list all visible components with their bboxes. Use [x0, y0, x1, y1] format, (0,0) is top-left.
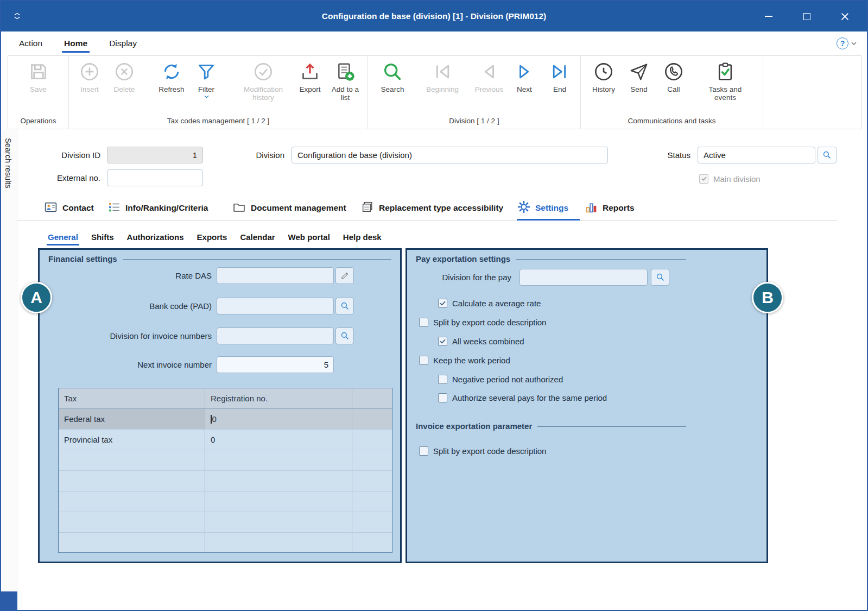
- export-button[interactable]: Export: [292, 59, 328, 93]
- tab-contact[interactable]: Contact: [43, 198, 94, 218]
- tax-cell: Provincial tax: [59, 430, 205, 450]
- authorize-several-pays-row[interactable]: Authorize several pays for the same peri…: [438, 392, 607, 403]
- tab-replacement-type-accessibility[interactable]: Replacement type accessibility: [360, 198, 503, 218]
- help-icon[interactable]: ?: [837, 37, 848, 49]
- registration-cell[interactable]: 0: [205, 430, 352, 450]
- filter-label: Filter: [198, 85, 214, 93]
- split-by-export-code-checkbox[interactable]: [419, 318, 428, 327]
- table-row-provincial-tax[interactable]: Provincial tax 0: [59, 430, 392, 450]
- table-row-empty[interactable]: [59, 512, 392, 533]
- table-row-federal-tax[interactable]: Federal tax 0: [59, 409, 392, 430]
- filter-button[interactable]: Filter: [189, 59, 224, 99]
- tax-column-header[interactable]: Tax: [59, 388, 205, 408]
- division-invoice-input[interactable]: [217, 327, 334, 344]
- division-for-pay-search-button[interactable]: [651, 269, 669, 286]
- bank-code-input[interactable]: [217, 298, 334, 314]
- invoice-split-by-export-code-checkbox[interactable]: [419, 446, 428, 456]
- division-for-pay-input[interactable]: [519, 269, 648, 286]
- tab-web-portal[interactable]: Web portal: [287, 228, 331, 245]
- previous-icon: [478, 59, 500, 84]
- registration-column-header[interactable]: Registration no.: [205, 388, 352, 408]
- table-row-empty[interactable]: [59, 471, 392, 492]
- save-button[interactable]: Save: [20, 59, 58, 93]
- send-button[interactable]: Send: [624, 59, 654, 93]
- financial-settings-legend: Financial settings: [48, 254, 391, 263]
- delete-button[interactable]: Delete: [107, 59, 142, 93]
- beginning-icon: [432, 59, 453, 84]
- refresh-button[interactable]: Refresh: [154, 59, 189, 93]
- tab-authorizations[interactable]: Authorizations: [126, 228, 185, 245]
- tab-reports[interactable]: Reports: [585, 198, 635, 218]
- calculate-average-rate-row[interactable]: Calculate a average rate: [438, 298, 541, 308]
- division-field[interactable]: [292, 147, 608, 163]
- pay-exportation-legend: Pay exportation settings: [416, 254, 686, 263]
- tax-cell: Federal tax: [59, 409, 205, 429]
- export-label: Export: [299, 85, 320, 93]
- next-button[interactable]: Next: [510, 59, 539, 93]
- tab-info-ranking-criteria[interactable]: Info/Ranking/Criteria: [107, 198, 208, 218]
- rate-das-input[interactable]: [217, 267, 334, 284]
- pay-exportation-settings-group: Pay exportation settings Division for th…: [406, 248, 768, 563]
- table-row-empty[interactable]: [59, 533, 392, 553]
- tab-settings[interactable]: Settings: [517, 198, 568, 218]
- ribbon-group-division: Search Beginning Previous: [368, 56, 581, 129]
- rate-das-edit-button[interactable]: [335, 267, 354, 284]
- registration-cell[interactable]: 0: [205, 409, 352, 429]
- negative-period-row[interactable]: Negative period not authorized: [438, 374, 563, 385]
- next-invoice-input[interactable]: [217, 356, 334, 373]
- minimize-button[interactable]: [750, 1, 788, 32]
- tab-document-management[interactable]: Document management: [232, 198, 346, 218]
- end-button[interactable]: End: [545, 59, 574, 93]
- table-row-empty[interactable]: [59, 492, 392, 512]
- keep-work-period-checkbox[interactable]: [419, 356, 428, 365]
- settings-gear-icon: [517, 200, 531, 216]
- authorize-several-pays-checkbox[interactable]: [438, 393, 447, 402]
- tab-calendar[interactable]: Calendar: [239, 228, 276, 245]
- menu-home[interactable]: Home: [60, 32, 92, 55]
- modification-history-button[interactable]: Modification history: [235, 59, 292, 102]
- annotation-badge-b: B: [752, 282, 783, 313]
- status-search-button[interactable]: [818, 147, 837, 163]
- tasks-events-button[interactable]: Tasks and events: [698, 59, 752, 102]
- split-by-export-code-row[interactable]: Split by export code description: [419, 317, 546, 327]
- bank-code-search-button[interactable]: [335, 298, 354, 314]
- tab-help-desk[interactable]: Help desk: [342, 228, 383, 245]
- negative-period-checkbox[interactable]: [438, 375, 447, 384]
- stacked-pages-icon: [360, 200, 375, 216]
- status-field[interactable]: [698, 147, 815, 163]
- menu-display[interactable]: Display: [105, 32, 141, 55]
- help-chevron-icon[interactable]: [851, 41, 857, 46]
- division-invoice-search-button[interactable]: [335, 327, 354, 344]
- beginning-button[interactable]: Beginning: [420, 59, 465, 93]
- tab-shifts[interactable]: Shifts: [90, 228, 115, 245]
- main-division-checkbox[interactable]: [699, 174, 708, 184]
- search-results-side-tab[interactable]: Search results: [1, 129, 17, 610]
- keep-work-period-label: Keep the work period: [433, 356, 510, 365]
- info-ranking-icon: [107, 200, 121, 216]
- external-no-field[interactable]: [107, 169, 203, 186]
- tab-general[interactable]: General: [47, 228, 79, 245]
- insert-button[interactable]: Insert: [72, 59, 107, 93]
- all-weeks-combined-row[interactable]: All weeks combined: [438, 336, 524, 347]
- call-button[interactable]: Call: [658, 59, 689, 93]
- export-icon: [299, 59, 321, 84]
- menu-action[interactable]: Action: [15, 32, 47, 55]
- calculate-average-rate-checkbox[interactable]: [438, 299, 447, 308]
- all-weeks-combined-checkbox[interactable]: [438, 337, 447, 346]
- previous-button[interactable]: Previous: [468, 59, 510, 93]
- add-to-list-button[interactable]: Add to a list: [328, 59, 363, 102]
- maximize-button[interactable]: [788, 1, 826, 32]
- main-division-row[interactable]: Main division: [699, 173, 761, 184]
- keep-work-period-row[interactable]: Keep the work period: [419, 355, 510, 366]
- close-button[interactable]: [826, 1, 864, 32]
- history-button[interactable]: History: [586, 59, 621, 93]
- search-button[interactable]: Search: [373, 59, 411, 93]
- division-id-field[interactable]: [107, 147, 203, 163]
- invoice-split-by-export-code-row[interactable]: Split by export code description: [419, 445, 546, 456]
- tab-info-ranking-label: Info/Ranking/Criteria: [125, 203, 208, 213]
- close-icon: [841, 12, 849, 21]
- tab-divider-line: [17, 220, 837, 221]
- table-row-empty[interactable]: [59, 450, 392, 471]
- tab-exports[interactable]: Exports: [196, 228, 229, 245]
- filter-chevron-icon[interactable]: [204, 95, 210, 99]
